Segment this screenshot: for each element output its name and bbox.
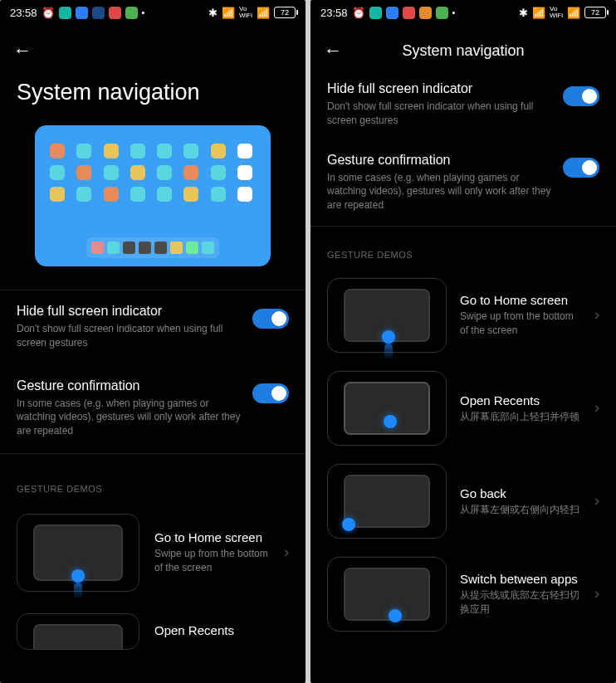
demo-recents[interactable]: Open Recents (0, 605, 306, 650)
page-title: System navigation (0, 70, 306, 125)
preview-app-icon (211, 165, 226, 180)
preview-app-icon (130, 165, 145, 180)
demo-thumbnail (327, 371, 447, 446)
demo-thumbnail (327, 464, 447, 539)
demo-back[interactable]: Go back 从屏幕左侧或右侧向内轻扫 › (310, 457, 616, 550)
phone-screenshot-left: 23:58 ⏰ • ✱ 📶 VoWiFi 📶 72 ← System navig… (0, 0, 306, 683)
clock: 23:58 (320, 7, 348, 19)
preview-app-icon (183, 165, 198, 180)
wifi-icon: 📶 (567, 7, 580, 19)
preview-app-icon (237, 144, 252, 159)
section-label: GESTURE DEMOS (310, 227, 616, 271)
setting-title: Gesture confirmation (327, 153, 551, 168)
setting-gesture-confirmation[interactable]: Gesture confirmation In some cases (e.g.… (310, 141, 616, 226)
preview-app-icon (211, 187, 226, 202)
gesture-trail-icon (384, 344, 393, 360)
preview-dock-icon (186, 241, 198, 254)
preview-app-icon (76, 165, 91, 180)
setting-desc: Don't show full screen indicator when us… (327, 100, 551, 128)
setting-hide-indicator[interactable]: Hide full screen indicator Don't show fu… (310, 70, 616, 141)
preview-dock-icon (123, 241, 135, 254)
more-icon: • (452, 7, 456, 17)
setting-desc: In some cases (e.g. when playing games o… (327, 171, 551, 212)
vowifi-icon: VoWiFi (239, 6, 252, 19)
setting-desc: In some cases (e.g. when playing games o… (17, 397, 241, 438)
toggle-hide-indicator[interactable] (563, 86, 599, 106)
page-title: System navigation (342, 42, 584, 60)
preview-app-icon (50, 144, 65, 159)
signal-icon: 📶 (532, 7, 545, 19)
status-bar: 23:58 ⏰ • ✱ 📶 VoWiFi 📶 72 (0, 0, 306, 25)
demo-title: Switch between apps (460, 572, 581, 586)
app-icon-red (403, 7, 415, 19)
app-icon-green (125, 7, 138, 19)
preview-dock-icon (107, 241, 120, 254)
demo-title: Go to Home screen (154, 530, 269, 544)
demo-home[interactable]: Go to Home screen Swipe up from the bott… (0, 505, 306, 605)
preview-app-icon (50, 165, 65, 180)
battery-icon: 72 (274, 7, 296, 18)
toggle-gesture-confirmation[interactable] (563, 158, 599, 178)
preview-app-icon (104, 187, 119, 202)
demo-desc: 从提示线或底部左右轻扫切换应用 (460, 588, 581, 617)
vowifi-icon: VoWiFi (550, 6, 563, 19)
app-icon-navy (92, 7, 105, 19)
preview-app-icon (237, 165, 252, 180)
preview-app-icon (130, 144, 145, 159)
preview-app-icon (237, 187, 252, 202)
demo-home[interactable]: Go to Home screen Swipe up from the bott… (310, 271, 616, 364)
top-bar: ← (0, 25, 306, 70)
preview-app-icon (157, 187, 172, 202)
gesture-dot-icon (382, 330, 395, 344)
demo-thumbnail (327, 278, 447, 353)
preview-app-icon (76, 187, 91, 202)
chevron-right-icon: › (594, 492, 599, 510)
alarm-icon: ⏰ (42, 7, 55, 19)
preview-app-icon (183, 187, 198, 202)
demo-desc: Swipe up from the bottom of the screen (460, 310, 581, 338)
toggle-gesture-confirmation[interactable] (252, 383, 289, 403)
clock: 23:58 (10, 7, 37, 19)
setting-title: Hide full screen indicator (327, 81, 551, 96)
setting-title: Hide full screen indicator (17, 304, 241, 319)
back-button[interactable]: ← (324, 40, 342, 61)
chevron-right-icon: › (284, 544, 289, 561)
status-bar: 23:58 ⏰ • ✱ 📶 VoWiFi 📶 72 (310, 0, 616, 25)
preview-dock-icon (170, 241, 183, 254)
gesture-dot-icon (384, 415, 397, 428)
gesture-dot-icon (71, 569, 85, 583)
section-label: GESTURE DEMOS (0, 454, 306, 505)
preview-dock-icon (91, 241, 104, 254)
back-button[interactable]: ← (13, 40, 32, 61)
setting-gesture-confirmation[interactable]: Gesture confirmation In some cases (e.g.… (0, 365, 306, 453)
demo-thumbnail (17, 613, 139, 650)
setting-hide-indicator[interactable]: Hide full screen indicator Don't show fu… (0, 290, 306, 365)
preview-app-icon (50, 187, 65, 202)
demo-title: Go to Home screen (460, 293, 581, 307)
demo-switch-apps[interactable]: Switch between apps 从提示线或底部左右轻扫切换应用 › (310, 550, 616, 643)
demo-thumbnail (17, 514, 139, 592)
gesture-trail-icon (74, 583, 82, 599)
bluetooth-icon: ✱ (208, 7, 218, 19)
setting-desc: Don't show full screen indicator when us… (17, 322, 241, 350)
demo-thumbnail (327, 557, 447, 632)
gesture-dot-icon (389, 609, 402, 622)
preview-app-icon (130, 187, 145, 202)
bluetooth-icon: ✱ (519, 7, 528, 19)
preview-dock-icon (154, 241, 167, 254)
demo-title: Go back (460, 486, 581, 500)
preview-dock-icon (139, 241, 151, 254)
app-icon-red (109, 7, 121, 19)
setting-title: Gesture confirmation (17, 378, 241, 393)
app-icon-green (436, 7, 448, 19)
preview-app-icon (157, 144, 172, 159)
preview-app-icon (76, 144, 91, 159)
preview-app-icon (104, 165, 119, 180)
preview-app-icon (211, 144, 226, 159)
wifi-icon: 📶 (257, 7, 270, 19)
chevron-right-icon: › (594, 399, 599, 417)
demo-recents[interactable]: Open Recents 从屏幕底部向上轻扫并停顿 › (310, 364, 616, 457)
battery-icon: 72 (584, 7, 606, 18)
demo-desc: 从屏幕左侧或右侧向内轻扫 (460, 503, 581, 517)
toggle-hide-indicator[interactable] (252, 309, 289, 329)
